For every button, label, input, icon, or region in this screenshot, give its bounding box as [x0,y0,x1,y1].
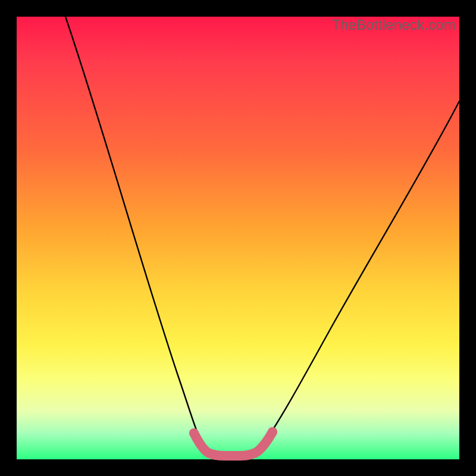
valley-highlight-path [194,432,273,456]
plot-area: TheBottleneck.com [17,17,459,459]
bottleneck-curve [17,17,459,459]
chart-frame: TheBottleneck.com [0,0,476,476]
valley-end-dot-left [189,428,199,438]
valley-end-dot-right [268,427,277,437]
curve-path [65,17,459,455]
